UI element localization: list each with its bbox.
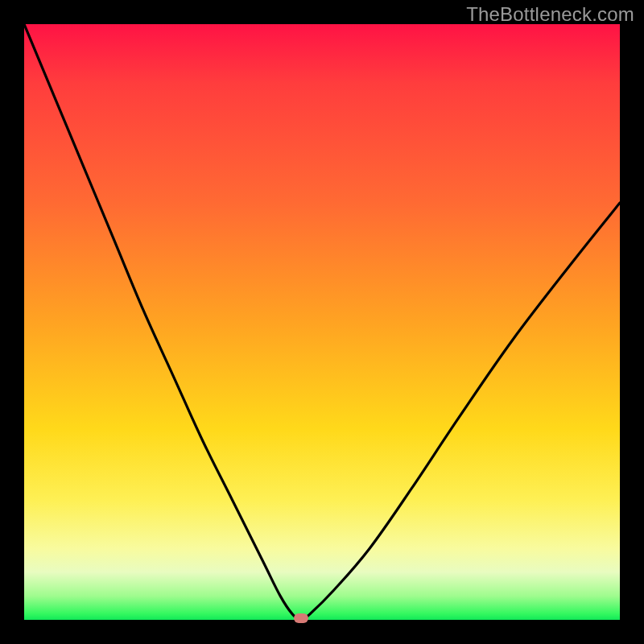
bottleneck-curve [24,24,620,620]
chart-frame: TheBottleneck.com [0,0,644,644]
plot-area [24,24,620,620]
watermark-text: TheBottleneck.com [466,3,634,26]
optimal-point-marker [294,613,308,623]
